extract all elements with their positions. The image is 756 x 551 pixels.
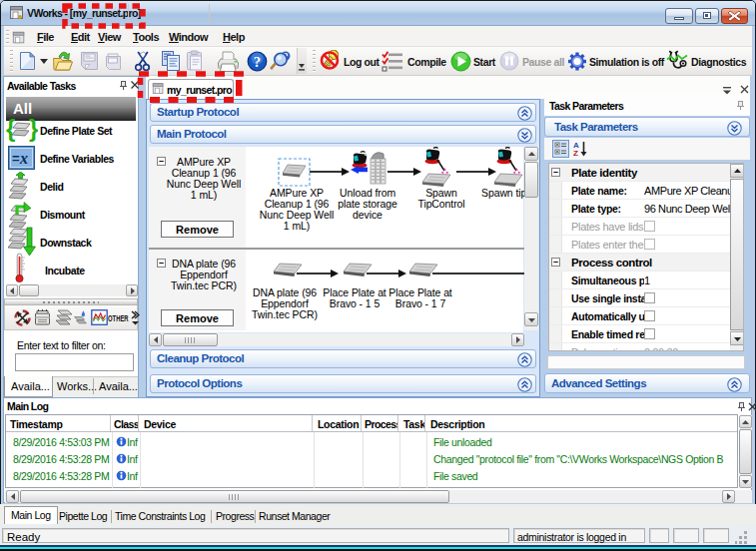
svg-text:Z: Z (573, 149, 578, 157)
svg-text:x: x (19, 150, 28, 167)
svg-text:=: = (12, 151, 20, 166)
svg-text:{: { (6, 117, 15, 142)
svg-text:}: } (29, 117, 38, 142)
svg-text:?: ? (254, 54, 262, 70)
